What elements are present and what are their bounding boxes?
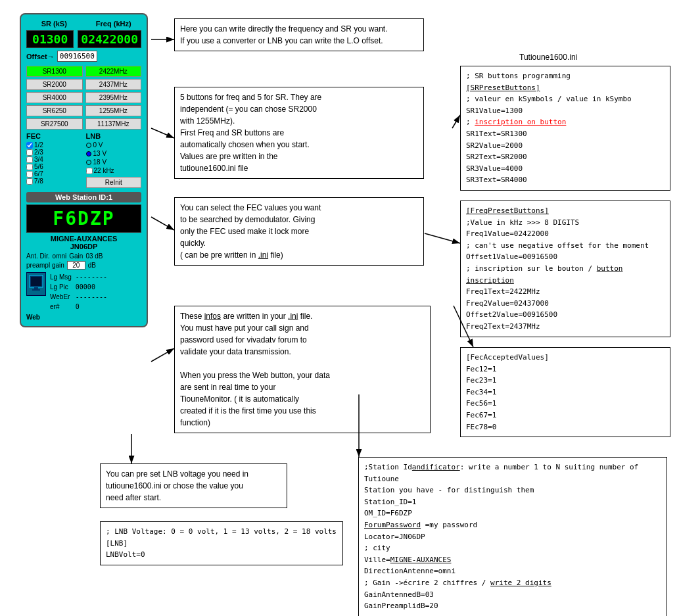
code4-line-6: Locator=JN06DP (364, 531, 661, 543)
annotation-4-text: These infos are written in your .ini fil… (180, 312, 330, 427)
code4-line-8: Ville=MIGNE-AUXANCES (364, 554, 661, 566)
locator: JN06DP (26, 243, 141, 250)
lnb-22khz-checkbox[interactable] (86, 168, 93, 174)
lnb-22khz[interactable]: 22 kHz (86, 167, 142, 174)
code2-line-9: Offset2Value=00916500 (466, 309, 665, 321)
svg-rect-3 (32, 289, 40, 291)
code4-line-10: ; Gain ->écrire 2 chiffres / write 2 dig… (364, 577, 661, 589)
sr-preset-3[interactable]: SR4000 (26, 92, 83, 103)
fec-title: FEC (26, 132, 82, 140)
station-name: MIGNE-AUXANCES (26, 235, 141, 243)
fec-6-7-checkbox[interactable] (26, 171, 33, 178)
fec-2-3-checkbox[interactable] (26, 149, 33, 156)
reinit-button[interactable]: ReInit (86, 177, 142, 188)
code2-line-10: Freq2Text=2437MHz (466, 321, 665, 333)
fec-1-2[interactable]: 1/2 (26, 141, 82, 149)
lnb-18v-radio[interactable] (86, 160, 91, 165)
annotation-box-2: 5 buttons for freq and 5 for SR. They ar… (174, 87, 424, 179)
svg-rect-2 (34, 287, 38, 289)
code1-line-5: ; inscription on button (466, 116, 665, 128)
code3-line-5: Fec56=1 (466, 398, 665, 410)
annotation-box-4: These infos are written in your .ini fil… (174, 306, 431, 433)
freq-preset-2[interactable]: 2437MHz (85, 79, 142, 90)
freq-preset-5[interactable]: 11137MHz (85, 118, 142, 130)
freq-label: Freq (kHz) (86, 20, 142, 28)
web-label: Web (26, 314, 141, 321)
code-box-4: ;Station Idandificator: write a number 1… (358, 457, 667, 616)
fec-6-7[interactable]: 6/7 (26, 170, 82, 178)
fec-section: FEC 1/2 2/3 3/4 5/6 6/7 (26, 132, 82, 188)
code4-line-11: GainAntennedB=03 (364, 589, 661, 601)
annotation-box-5: You can pre set LNB voltage you need in … (100, 463, 287, 508)
freq-display[interactable]: 02422000 (78, 30, 141, 48)
code3-line-1: [FecAcceptedValues] (466, 352, 665, 364)
freq-preset-1[interactable]: 2422MHz (85, 66, 142, 77)
offset-label: Offset→ (26, 53, 55, 60)
code3-line-3: Fec23=1 (466, 375, 665, 387)
code4-line-4: OM_ID=F6DZP (364, 508, 661, 519)
code3-line-6: Fec67=1 (466, 410, 665, 421)
sr-preset-5[interactable]: SR27500 (26, 118, 83, 130)
fec-lnb-row: FEC 1/2 2/3 3/4 5/6 6/7 (26, 132, 141, 188)
preset-row-3: SR4000 2395MHz (26, 92, 141, 103)
sr-preset-4[interactable]: SR6250 (26, 105, 83, 116)
annotation-5-text: You can pre set LNB voltage you need in … (106, 469, 248, 502)
fec-7-8-checkbox[interactable] (26, 178, 33, 185)
lg-pic-label: Lg Pic (50, 282, 72, 292)
er-label: er# (50, 302, 72, 312)
sr-display[interactable]: 01300 (26, 30, 74, 48)
code3-line-2: Fec12=1 (466, 364, 665, 375)
preset-row-1: SR1300 2422MHz (26, 66, 141, 77)
fec-3-4[interactable]: 3/4 (26, 156, 82, 163)
device-panel: SR (kS) Freq (kHz) 01300 02422000 Offset… (20, 13, 148, 327)
gain-value: 03 dB (85, 252, 103, 260)
freq-preset-4[interactable]: 1255MHz (85, 105, 142, 116)
preset-row-2: SR2000 2437MHz (26, 79, 141, 90)
web-station-bar: Web Station ID:1 (26, 192, 141, 202)
ant-gain-row: Ant. Dir. omni Gain 03 dB (26, 252, 141, 260)
preset-row-4: SR6250 1255MHz (26, 105, 141, 116)
annotation-2-text: 5 buttons for freq and 5 for SR. They ar… (180, 93, 321, 173)
preamp-unit: dB (88, 262, 96, 269)
code3-line-7: FEc78=0 (466, 421, 665, 433)
code4-line-1: ;Station Idandificator: write a number 1… (364, 462, 661, 485)
lnb-section: LNB 0 V 13 V 18 V 22 kHz ReInit (86, 132, 142, 188)
fec-5-6[interactable]: 5/6 (26, 163, 82, 170)
ant-label: Ant. Dir. (26, 252, 50, 260)
preamp-input[interactable] (67, 261, 85, 270)
lnb-18v[interactable]: 18 V (86, 158, 142, 166)
annotation-box-3: You can select the FEC values you want t… (174, 197, 424, 266)
lnb-0v[interactable]: 0 V (86, 141, 142, 149)
annotation-1-text: Here you can write directly the frequenc… (180, 24, 388, 45)
code-box-1: ; SR buttons programming [SRPresetButton… (460, 66, 670, 191)
sr-preset-2[interactable]: SR2000 (26, 79, 83, 90)
fec-5-6-checkbox[interactable] (26, 164, 33, 170)
code2-line-8: Freq2Value=02437000 (466, 298, 665, 310)
freq-preset-3[interactable]: 2395MHz (85, 92, 142, 103)
code5-line-2: [LNB] (106, 538, 337, 550)
fec-2-3[interactable]: 2/3 (26, 149, 82, 156)
offset-row: Offset→ 00916500 (26, 51, 141, 62)
sr-preset-1[interactable]: SR1300 (26, 66, 83, 77)
code1-line-3: ; valeur en kSymbols / value in kSymbo (466, 93, 665, 105)
lnb-0v-radio[interactable] (86, 143, 91, 148)
code4-line-5: ForumPassword =my password (364, 519, 661, 531)
preamp-row: preampl gain dB (26, 261, 141, 270)
lnb-13v[interactable]: 13 V (86, 150, 142, 157)
fec-3-4-label: 3/4 (34, 156, 43, 163)
fec-7-8[interactable]: 7/8 (26, 178, 82, 185)
code1-line-2: [SRPresetButtons] (466, 82, 665, 94)
fec-3-4-checkbox[interactable] (26, 156, 33, 163)
fec-6-7-label: 6/7 (34, 170, 43, 178)
web-er-label: WebEr (50, 292, 72, 302)
code-box-2: [FreqPresetButtons] ;Value in kHz >>> 8 … (460, 201, 670, 337)
code5-line-3: LNBVolt=0 (106, 549, 337, 561)
code-box-3: [FecAcceptedValues] Fec12=1 Fec23=1 Fec3… (460, 347, 670, 437)
code4-line-12: GainPreamplidB=20 (364, 600, 661, 612)
fec-5-6-label: 5/6 (34, 163, 43, 170)
code4-line-2: Station you have - for distinguish them (364, 485, 661, 496)
fec-1-2-checkbox[interactable] (26, 142, 33, 149)
lg-msg-value: -------- (76, 272, 107, 282)
callsign-display: F6DZP (26, 204, 141, 233)
lnb-13v-radio[interactable] (86, 151, 91, 156)
